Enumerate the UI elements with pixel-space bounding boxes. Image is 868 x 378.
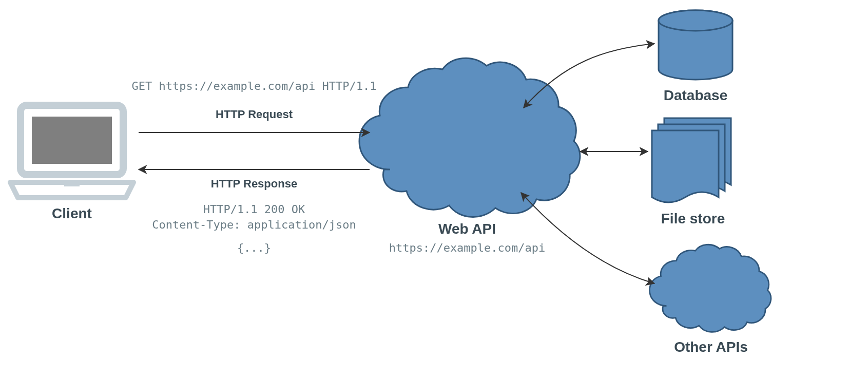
filestore-node — [652, 118, 731, 202]
webapi-url: https://example.com/api — [389, 241, 546, 254]
response-body: {...} — [237, 241, 271, 254]
database-node — [659, 10, 732, 80]
arrow-webapi-otherapis — [521, 193, 654, 284]
client-node — [10, 105, 133, 198]
filestore-label: File store — [661, 211, 725, 226]
response-label: HTTP Response — [211, 177, 297, 190]
webapi-node — [359, 58, 580, 217]
request-line: GET https://example.com/api HTTP/1.1 — [132, 80, 377, 92]
webapi-label: Web API — [438, 221, 496, 237]
svg-rect-2 — [64, 182, 80, 186]
request-label: HTTP Request — [216, 108, 293, 121]
response-status: HTTP/1.1 200 OK — [203, 203, 305, 216]
response-content-type: Content-Type: application/json — [152, 218, 356, 231]
svg-point-4 — [659, 10, 732, 31]
svg-rect-1 — [32, 117, 112, 164]
otherapis-node — [650, 244, 771, 332]
architecture-diagram: Client Web API https://example.com/api D… — [0, 0, 868, 378]
otherapis-label: Other APIs — [674, 339, 748, 355]
client-label: Client — [52, 205, 92, 221]
database-label: Database — [664, 87, 728, 103]
